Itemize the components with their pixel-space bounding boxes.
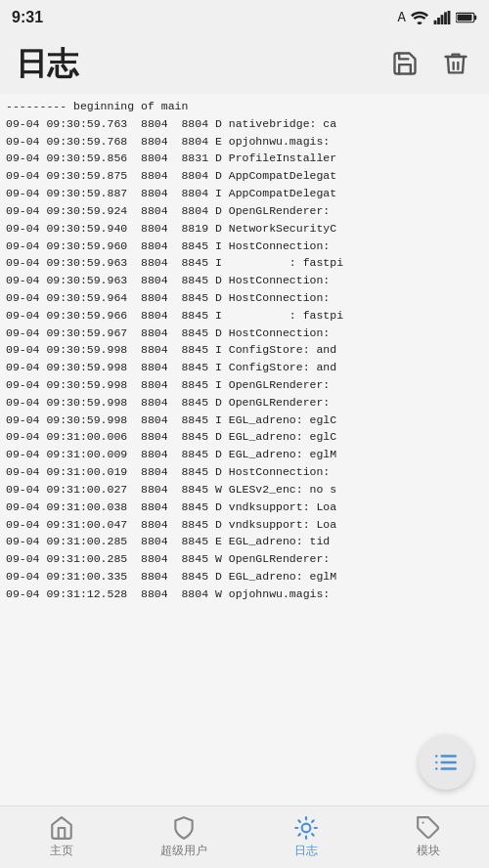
header-actions (387, 46, 473, 84)
svg-rect-3 (444, 12, 447, 24)
svg-rect-4 (448, 11, 451, 24)
scroll-to-bottom-button[interactable] (419, 735, 473, 790)
home-icon (49, 815, 74, 841)
page-title: 日志 (16, 43, 78, 86)
battery-icon (456, 11, 477, 24)
fab-container (419, 735, 473, 790)
bottom-nav: 主页 超级用户 日志 模块 (0, 805, 489, 868)
delete-button[interactable] (438, 46, 473, 84)
svg-line-18 (312, 834, 314, 836)
nav-item-home[interactable]: 主页 (0, 809, 122, 865)
shield-icon (171, 815, 197, 841)
log-content[interactable]: --------- beginning of main 09-04 09:30:… (0, 94, 489, 805)
header: 日志 (0, 35, 489, 94)
status-time: 9:31 (12, 9, 43, 26)
list-icon (433, 750, 459, 775)
status-icons: A (398, 10, 477, 25)
wifi-icon (411, 11, 428, 24)
bug-icon (293, 815, 319, 841)
keyboard-icon: A (398, 10, 406, 25)
nav-label-home: 主页 (50, 843, 73, 859)
svg-rect-2 (441, 15, 444, 24)
svg-line-17 (298, 820, 300, 822)
puzzle-icon (416, 815, 441, 841)
signal-icon (433, 11, 451, 24)
nav-label-modules: 模块 (417, 843, 440, 859)
nav-item-log[interactable]: 日志 (244, 809, 367, 865)
svg-line-22 (312, 820, 314, 822)
svg-rect-0 (434, 21, 437, 24)
svg-line-21 (298, 834, 300, 836)
nav-item-superuser[interactable]: 超级用户 (122, 809, 244, 865)
svg-rect-1 (437, 18, 440, 24)
nav-label-superuser: 超级用户 (160, 843, 207, 859)
svg-rect-6 (474, 16, 476, 21)
trash-icon (442, 50, 469, 77)
svg-rect-7 (458, 15, 472, 21)
nav-label-log: 日志 (294, 843, 318, 859)
status-bar: 9:31 A (0, 0, 489, 35)
svg-point-14 (301, 824, 310, 833)
nav-item-modules[interactable]: 模块 (367, 809, 489, 865)
save-button[interactable] (387, 46, 422, 84)
save-icon (391, 50, 419, 77)
